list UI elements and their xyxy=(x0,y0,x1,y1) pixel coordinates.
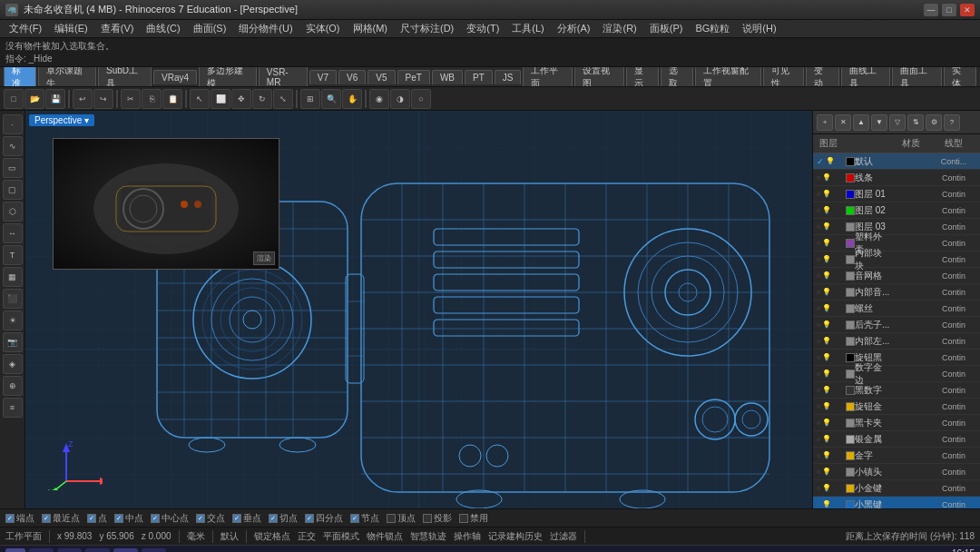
menu-item-m[interactable]: 网格(M) xyxy=(348,20,394,37)
new-icon[interactable]: □ xyxy=(4,89,24,109)
delete-layer-icon[interactable]: ✕ xyxy=(835,114,851,131)
status-history[interactable]: 记录建构历史 xyxy=(488,530,543,543)
zoom-extents-icon[interactable]: ⊞ xyxy=(300,89,320,109)
layer-color-17[interactable] xyxy=(846,435,855,444)
layer-row-17[interactable]: ○💡银金属Contin xyxy=(813,431,980,448)
layer-color-6[interactable] xyxy=(846,255,855,264)
layer-color-10[interactable] xyxy=(846,320,855,330)
menu-item-h[interactable]: 说明(H) xyxy=(737,20,781,37)
shade-icon[interactable]: ◑ xyxy=(390,89,410,109)
select-icon[interactable]: ↖ xyxy=(190,89,210,109)
menu-item-o[interactable]: 实体(O) xyxy=(300,20,346,37)
block-icon[interactable]: ⬛ xyxy=(3,289,23,309)
new-layer-icon[interactable]: + xyxy=(817,114,833,131)
menu-item-u[interactable]: 细分物件(U) xyxy=(233,20,298,37)
wire-icon[interactable]: ○ xyxy=(411,89,431,109)
toolbar-tab-18[interactable]: 可见性 xyxy=(763,67,804,87)
toolbar-tab-19[interactable]: 变动 xyxy=(806,67,838,87)
toolbar-tab-7[interactable]: V6 xyxy=(338,70,366,84)
layer-color-0[interactable] xyxy=(846,157,855,166)
layer-row-8[interactable]: ○💡内部音...Contin xyxy=(813,284,980,301)
snap-item-投影[interactable]: 投影 xyxy=(423,512,452,525)
solid-icon[interactable]: ▢ xyxy=(3,180,23,200)
curve-icon[interactable]: ∿ xyxy=(3,136,23,156)
status-lockgrid[interactable]: 锁定格点 xyxy=(254,530,290,543)
layer-color-1[interactable] xyxy=(846,173,855,182)
hatch-icon[interactable]: ▦ xyxy=(3,267,23,287)
toolbar-tab-17[interactable]: 工作视窗配置 xyxy=(695,67,761,87)
layer-color-18[interactable] xyxy=(846,451,855,460)
snap-item-切点[interactable]: ✓切点 xyxy=(269,512,298,525)
paste-icon[interactable]: 📋 xyxy=(162,89,182,109)
viewport-label[interactable]: Perspective ▾ xyxy=(29,114,94,126)
undo-icon[interactable]: ↩ xyxy=(73,89,93,109)
layer-icon[interactable]: ≡ xyxy=(3,398,23,418)
settings-icon[interactable]: ⚙ xyxy=(926,114,942,131)
layer-row-12[interactable]: ○💡旋钮黑Contin xyxy=(813,350,980,366)
layer-row-0[interactable]: ✓💡默认Conti... xyxy=(813,153,980,170)
layer-row-6[interactable]: ○💡内部块块Contin xyxy=(813,251,980,268)
layer-row-20[interactable]: ○💡小金键Contin xyxy=(813,480,980,497)
snap-item-垂点[interactable]: ✓垂点 xyxy=(232,512,261,525)
snap-item-端点[interactable]: ✓端点 xyxy=(5,512,34,525)
menu-item-r[interactable]: 渲染(R) xyxy=(597,20,642,37)
status-flatmode[interactable]: 平面模式 xyxy=(323,530,359,543)
chat-taskbar[interactable]: 💬 xyxy=(57,548,82,553)
layer-row-19[interactable]: ○💡小镇头Contin xyxy=(813,464,980,480)
status-ortho[interactable]: 正交 xyxy=(298,530,316,543)
layers-panel[interactable]: ✓💡默认Conti...○💡线条Contin○💡图层 01Contin○💡图层 … xyxy=(813,153,980,508)
layer-color-9[interactable] xyxy=(846,304,855,313)
layer-color-12[interactable] xyxy=(846,353,855,362)
pan-icon[interactable]: ✋ xyxy=(342,89,362,109)
layer-color-5[interactable] xyxy=(846,239,855,248)
surface-icon[interactable]: ▭ xyxy=(3,158,23,178)
layer-color-21[interactable] xyxy=(846,500,855,509)
toolbar-tab-21[interactable]: 曲面工具 xyxy=(892,67,942,87)
menu-item-s[interactable]: 曲面(S) xyxy=(188,20,232,37)
close-button[interactable]: ✕ xyxy=(960,4,975,16)
snap-item-最近点[interactable]: ✓最近点 xyxy=(42,512,80,525)
status-smarttrack[interactable]: 智慧轨迹 xyxy=(410,530,446,543)
layer-color-15[interactable] xyxy=(846,402,855,411)
point-icon[interactable]: · xyxy=(3,114,23,134)
render-icon[interactable]: ◉ xyxy=(369,89,389,109)
layer-row-16[interactable]: ○💡黑卡夹Contin xyxy=(813,415,980,431)
title-controls[interactable]: — □ ✕ xyxy=(924,4,975,16)
status-filter[interactable]: 过滤器 xyxy=(550,530,577,543)
toolbar-tab-15[interactable]: 显示 xyxy=(626,67,659,87)
redo-icon[interactable]: ↪ xyxy=(93,89,113,109)
minimize-button[interactable]: — xyxy=(924,4,938,16)
start-button[interactable]: ⊞ xyxy=(5,548,25,553)
toolbar-tab-12[interactable]: JS xyxy=(495,70,522,84)
search-taskbar[interactable]: 🔍 xyxy=(29,548,54,553)
open-icon[interactable]: 📂 xyxy=(24,89,44,109)
toolbar-tab-2[interactable]: SubD工具 xyxy=(98,67,152,87)
toolbar-tab-3[interactable]: VRay4 xyxy=(153,70,197,84)
snap-item-禁用[interactable]: 禁用 xyxy=(459,512,488,525)
maximize-button[interactable]: □ xyxy=(942,4,956,16)
layer-row-3[interactable]: ○💡图层 02Contin xyxy=(813,202,980,219)
text-icon[interactable]: T xyxy=(3,245,23,265)
light-icon[interactable]: ☀ xyxy=(3,310,23,330)
cut-icon[interactable]: ✂ xyxy=(121,89,141,109)
layer-row-13[interactable]: ○💡数字金边Contin xyxy=(813,366,980,382)
toolbar-tab-11[interactable]: PT xyxy=(465,70,493,84)
layer-row-11[interactable]: ○💡内部左...Contin xyxy=(813,333,980,350)
snap-item-交点[interactable]: ✓交点 xyxy=(196,512,225,525)
menu-item-c[interactable]: 曲线(C) xyxy=(141,20,185,37)
toolbar-tab-22[interactable]: 实体 xyxy=(944,67,976,87)
layer-row-18[interactable]: ○💡金字Contin xyxy=(813,448,980,464)
layer-row-21[interactable]: ○💡小黑键Contin xyxy=(813,497,980,508)
toolbar-tab-13[interactable]: 工作平面 xyxy=(523,67,573,87)
menu-item-e[interactable]: 编辑(E) xyxy=(49,20,93,37)
toolbar-tab-1[interactable]: 卓尔课题牛 xyxy=(38,67,96,87)
layer-color-20[interactable] xyxy=(846,484,855,493)
zoom-window-icon[interactable]: 🔍 xyxy=(321,89,341,109)
rotate-icon[interactable]: ↻ xyxy=(252,89,272,109)
filter-icon[interactable]: ▽ xyxy=(889,114,906,131)
window-select-icon[interactable]: ⬜ xyxy=(211,89,230,109)
toolbar-tab-6[interactable]: V7 xyxy=(309,70,337,84)
mesh-icon[interactable]: ⬡ xyxy=(3,202,23,222)
move-down-icon[interactable]: ▼ xyxy=(871,114,887,131)
camera-icon[interactable]: 📷 xyxy=(3,332,23,352)
